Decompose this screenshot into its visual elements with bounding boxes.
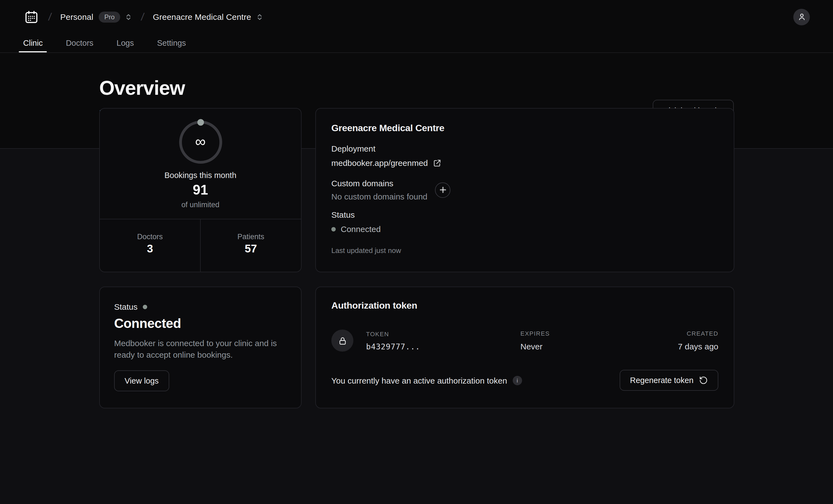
external-link-icon xyxy=(433,159,442,167)
authorization-token-card: Authorization token TOKEN b4329777... EX… xyxy=(315,287,734,408)
app-logo-calendar-icon[interactable] xyxy=(23,8,40,25)
connection-status-description: Medbooker is connected to your clinic an… xyxy=(114,338,287,361)
view-logs-button[interactable]: View logs xyxy=(114,370,169,391)
created-column-label: CREATED xyxy=(678,330,718,337)
deployment-label: Deployment xyxy=(331,144,718,153)
status-card-label: Status xyxy=(114,302,138,311)
created-value: 7 days ago xyxy=(678,342,718,351)
plus-icon xyxy=(439,186,447,193)
deployment-url[interactable]: medbooker.app/greenmed xyxy=(331,158,428,168)
clinic-status-label: Status xyxy=(331,210,718,219)
token-column-label: TOKEN xyxy=(366,330,520,337)
plan-badge: Pro xyxy=(99,11,120,22)
patients-stat: Patients 57 xyxy=(200,219,301,272)
custom-domains-label: Custom domains xyxy=(331,178,428,188)
token-value: b4329777... xyxy=(366,342,520,351)
gauge-progress-dot xyxy=(197,119,204,126)
connection-status-value: Connected xyxy=(114,316,287,331)
patients-stat-value: 57 xyxy=(245,242,257,255)
regenerate-token-label: Regenerate token xyxy=(630,376,693,385)
bookings-metric-sub: of unlimited xyxy=(182,200,219,209)
account-switcher-chevrons-icon[interactable] xyxy=(125,13,132,21)
regenerate-token-button[interactable]: Regenerate token xyxy=(619,370,718,391)
doctors-stat-label: Doctors xyxy=(137,233,163,241)
tab-bar: Clinic Doctors Logs Settings xyxy=(0,33,833,52)
tab-logs[interactable]: Logs xyxy=(113,33,137,52)
rotate-ccw-icon xyxy=(699,376,708,385)
connection-status-card: Status Connected Medbooker is connected … xyxy=(99,287,302,408)
breadcrumb-account[interactable]: Personal xyxy=(61,12,93,22)
bookings-metric-label: Bookings this month xyxy=(164,171,236,180)
bookings-gauge: ∞ xyxy=(179,121,222,164)
user-avatar[interactable] xyxy=(793,8,810,25)
infinity-symbol: ∞ xyxy=(195,134,206,150)
clinic-card: Greenacre Medical Centre Deployment medb… xyxy=(315,108,734,272)
clinic-card-title: Greenacre Medical Centre xyxy=(331,123,718,134)
token-card-title: Authorization token xyxy=(331,301,718,311)
breadcrumb-separator: / xyxy=(140,11,145,23)
cards-grid: ∞ Bookings this month 91 of unlimited Do… xyxy=(99,108,734,408)
breadcrumb-separator: / xyxy=(48,11,52,23)
clinic-status-value: Connected xyxy=(341,224,381,234)
deployment-link[interactable]: medbooker.app/greenmed xyxy=(331,158,442,168)
status-dot xyxy=(331,227,336,231)
patients-stat-label: Patients xyxy=(237,233,264,241)
custom-domains-empty-text: No custom domains found xyxy=(331,192,428,201)
tab-settings[interactable]: Settings xyxy=(154,33,189,52)
last-updated-text: Last updated just now xyxy=(331,246,718,255)
status-dot xyxy=(143,305,147,309)
breadcrumb-clinic[interactable]: Greenacre Medical Centre xyxy=(153,12,252,22)
lock-badge xyxy=(331,330,353,352)
clinic-switcher-chevrons-icon[interactable] xyxy=(256,13,263,21)
lock-icon xyxy=(338,336,347,345)
top-navigation: / Personal Pro / Greenacre Medical Centr… xyxy=(0,0,833,53)
bookings-metric-value: 91 xyxy=(193,182,208,198)
active-token-text: You currently have an active authorizati… xyxy=(331,376,507,385)
tab-doctors[interactable]: Doctors xyxy=(63,33,97,52)
expires-value: Never xyxy=(520,342,678,351)
usage-card: ∞ Bookings this month 91 of unlimited Do… xyxy=(99,108,302,272)
info-icon[interactable]: i xyxy=(513,376,522,385)
add-domain-button[interactable] xyxy=(435,182,451,197)
page-title: Overview xyxy=(99,77,185,100)
doctors-stat: Doctors 3 xyxy=(100,219,200,272)
doctors-stat-value: 3 xyxy=(147,242,153,255)
expires-column-label: EXPIRES xyxy=(520,330,678,337)
app-root: / Personal Pro / Greenacre Medical Centr… xyxy=(0,0,833,504)
tab-clinic[interactable]: Clinic xyxy=(20,33,46,52)
